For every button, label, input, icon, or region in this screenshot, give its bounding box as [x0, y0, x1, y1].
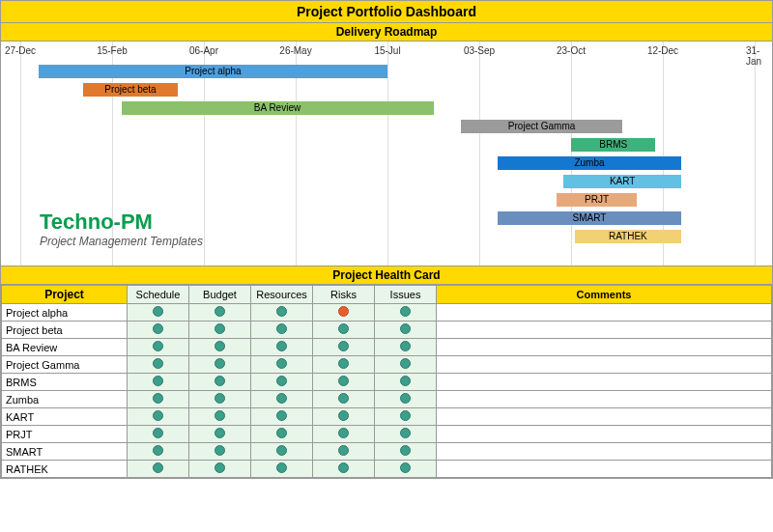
status-dot-icon [153, 393, 163, 404]
status-dot-icon [400, 428, 411, 438]
project-name-cell: PRJT [2, 426, 128, 443]
table-row: PRJT [2, 426, 772, 443]
comments-cell [437, 374, 772, 391]
gantt-gridline [755, 42, 756, 266]
health-card-title: Project Health Card [1, 266, 772, 285]
status-dot-icon [215, 323, 225, 334]
gantt-bar: Project beta [83, 83, 179, 97]
status-dot-icon [338, 410, 349, 421]
gantt-gridline [387, 42, 388, 266]
status-cell-risks [313, 443, 375, 461]
gantt-chart: 27-Dec15-Feb06-Apr26-May15-Jul03-Sep23-O… [1, 42, 772, 266]
status-cell-schedule [128, 391, 189, 408]
status-dot-icon [153, 445, 163, 456]
status-dot-icon [215, 393, 225, 404]
status-dot-icon [215, 341, 225, 351]
status-dot-icon [338, 341, 349, 351]
gantt-bar: KART [563, 175, 681, 188]
status-dot-icon [338, 323, 349, 334]
status-dot-icon [153, 376, 163, 386]
table-row: SMART [2, 443, 772, 461]
status-dot-icon [215, 428, 225, 438]
status-dot-icon [338, 428, 349, 438]
status-dot-icon [338, 358, 349, 369]
status-dot-icon [338, 393, 349, 404]
page-title: Project Portfolio Dashboard [1, 1, 772, 23]
status-dot-icon [400, 341, 411, 351]
comments-cell [437, 408, 772, 426]
status-cell-resources [251, 408, 313, 426]
status-cell-budget [189, 339, 251, 356]
gantt-bar: Zumba [498, 156, 681, 170]
status-dot-icon [338, 376, 349, 386]
gantt-bar: PRJT [557, 193, 638, 207]
table-row: Project alpha [2, 304, 772, 322]
dashboard-container: Project Portfolio Dashboard Delivery Roa… [0, 0, 773, 479]
status-cell-risks [313, 374, 375, 391]
project-name-cell: SMART [2, 443, 128, 461]
status-dot-icon [338, 462, 349, 473]
col-risks: Risks [313, 286, 375, 304]
status-dot-icon [153, 410, 163, 421]
status-cell-resources [251, 443, 313, 461]
gantt-tick-label: 06-Apr [189, 45, 218, 56]
col-budget: Budget [189, 286, 251, 304]
status-dot-icon [276, 393, 287, 404]
status-dot-icon [215, 376, 225, 386]
gantt-tick-label: 26-May [279, 45, 311, 56]
status-cell-budget [189, 391, 251, 408]
status-cell-resources [251, 356, 313, 374]
status-cell-budget [189, 443, 251, 461]
status-cell-issues [375, 339, 437, 356]
col-resources: Resources [251, 286, 313, 304]
status-dot-icon [400, 410, 411, 421]
status-dot-icon [153, 306, 163, 317]
col-comments: Comments [437, 286, 772, 304]
status-cell-budget [189, 461, 251, 478]
gantt-bar: Project alpha [39, 65, 387, 78]
status-cell-budget [189, 356, 251, 374]
status-cell-risks [313, 304, 375, 322]
brand-logo: Techno-PM Project Management Templates [40, 210, 203, 248]
status-cell-risks [313, 408, 375, 426]
roadmap-title: Delivery Roadmap [1, 23, 772, 42]
status-cell-issues [375, 356, 437, 374]
status-dot-icon [276, 410, 287, 421]
status-dot-icon [276, 445, 287, 456]
status-dot-icon [153, 341, 163, 351]
status-cell-schedule [128, 408, 189, 426]
table-row: BA Review [2, 339, 772, 356]
status-cell-resources [251, 461, 313, 478]
comments-cell [437, 304, 772, 322]
table-row: Zumba [2, 391, 772, 408]
status-cell-schedule [128, 374, 189, 391]
status-cell-risks [313, 461, 375, 478]
gantt-tick-label: 27-Dec [5, 45, 36, 56]
status-cell-resources [251, 374, 313, 391]
status-dot-icon [215, 358, 225, 369]
status-cell-risks [313, 339, 375, 356]
status-dot-icon [215, 306, 225, 317]
gantt-gridline [479, 42, 480, 266]
status-cell-budget [189, 426, 251, 443]
status-dot-icon [400, 306, 411, 317]
gantt-tick-label: 15-Jul [374, 45, 400, 56]
table-row: RATHEK [2, 461, 772, 478]
status-cell-risks [313, 356, 375, 374]
status-cell-issues [375, 374, 437, 391]
gantt-tick-label: 15-Feb [97, 45, 128, 56]
status-cell-resources [251, 304, 313, 322]
status-cell-risks [313, 391, 375, 408]
status-cell-risks [313, 322, 375, 339]
project-name-cell: RATHEK [2, 461, 128, 478]
status-dot-icon [153, 323, 163, 334]
status-dot-icon [400, 323, 411, 334]
gantt-gridline [20, 42, 21, 266]
comments-cell [437, 461, 772, 478]
status-dot-icon [400, 445, 411, 456]
gantt-bar: RATHEK [575, 230, 681, 243]
status-cell-issues [375, 461, 437, 478]
status-cell-schedule [128, 339, 189, 356]
col-schedule: Schedule [128, 286, 189, 304]
status-cell-risks [313, 426, 375, 443]
